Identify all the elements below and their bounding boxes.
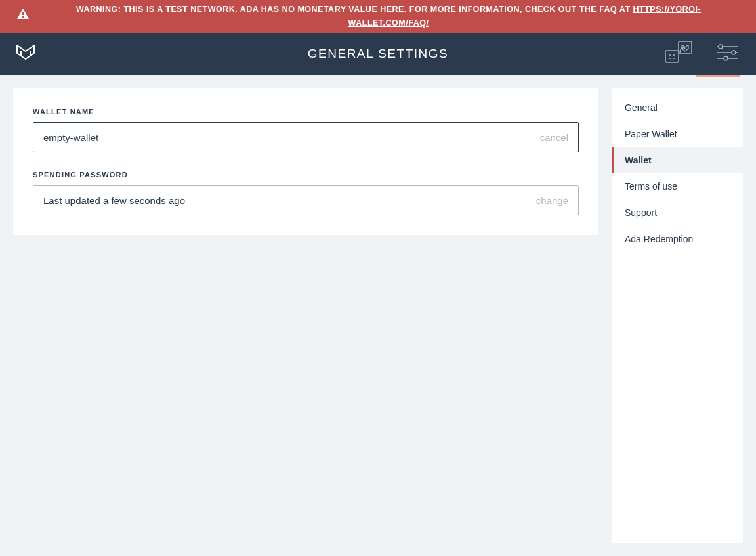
password-updated-status: Last updated a few seconds ago xyxy=(43,195,536,206)
cancel-button[interactable]: cancel xyxy=(540,132,568,143)
settings-sidebar: General Paper Wallet Wallet Terms of use… xyxy=(612,88,743,543)
settings-sliders-icon xyxy=(717,44,738,64)
settings-button[interactable] xyxy=(705,33,749,75)
sidebar-item-general[interactable]: General xyxy=(612,95,743,121)
sidebar-item-terms-of-use[interactable]: Terms of use xyxy=(612,173,743,200)
daedalus-transfer-button[interactable] xyxy=(652,33,705,75)
warning-triangle-icon xyxy=(17,9,29,24)
spending-password-row: Last updated a few seconds ago change xyxy=(33,185,579,215)
yoroi-logo-icon[interactable] xyxy=(14,41,37,66)
wallet-name-input-row: cancel xyxy=(33,122,579,152)
change-password-button[interactable]: change xyxy=(536,195,568,206)
svg-point-11 xyxy=(732,51,736,54)
sidebar-item-ada-redemption[interactable]: Ada Redemption xyxy=(612,226,743,252)
svg-point-4 xyxy=(673,54,675,56)
test-network-warning-banner: WARNING: THIS IS A TEST NETWORK. ADA HAS… xyxy=(0,0,756,33)
warning-message-text: WARNING: THIS IS A TEST NETWORK. ADA HAS… xyxy=(76,5,633,14)
app-header: GENERAL SETTINGS xyxy=(0,33,756,75)
svg-point-9 xyxy=(719,45,723,49)
svg-point-3 xyxy=(669,54,671,56)
spending-password-label: SPENDING PASSWORD xyxy=(33,171,579,179)
svg-rect-1 xyxy=(22,16,24,18)
page-title: GENERAL SETTINGS xyxy=(308,47,448,61)
svg-rect-2 xyxy=(665,51,679,62)
sidebar-item-wallet[interactable]: Wallet xyxy=(612,147,743,173)
sidebar-item-paper-wallet[interactable]: Paper Wallet xyxy=(612,121,743,147)
transfer-icon xyxy=(664,40,693,68)
wallet-name-input[interactable] xyxy=(43,132,540,143)
wallet-settings-panel: WALLET NAME cancel SPENDING PASSWORD Las… xyxy=(13,88,598,235)
svg-point-6 xyxy=(673,58,675,59)
active-tab-indicator xyxy=(696,75,740,77)
svg-point-13 xyxy=(724,56,728,60)
svg-point-5 xyxy=(669,58,671,59)
wallet-name-label: WALLET NAME xyxy=(33,108,579,116)
sidebar-item-support[interactable]: Support xyxy=(612,200,743,226)
svg-rect-0 xyxy=(22,12,24,15)
